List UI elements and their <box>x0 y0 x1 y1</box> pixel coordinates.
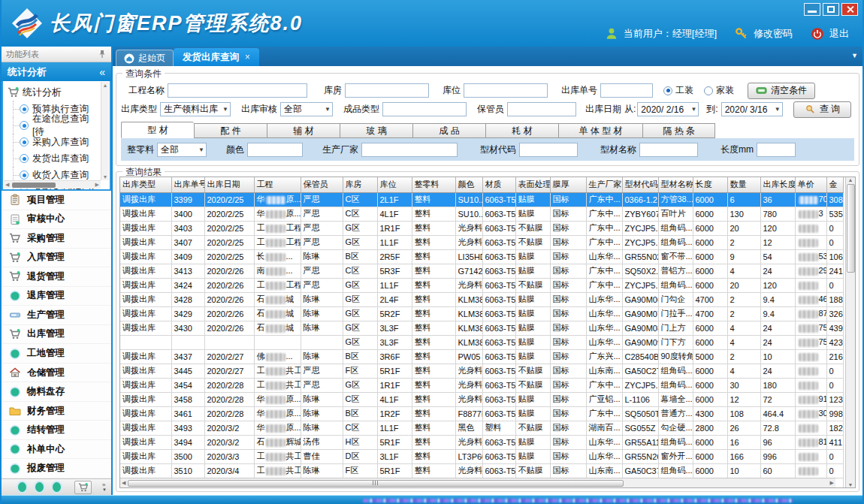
result-row[interactable]: 调拨出库34292020/2/26石城陈琳G区5R2F整料KLM38176063… <box>120 306 843 321</box>
product-type-input[interactable] <box>382 102 467 116</box>
date-from-picker[interactable]: 2020/ 2/16▼ <box>637 102 699 116</box>
sidebar-item-仓储管理[interactable]: 仓储管理 <box>2 364 111 383</box>
column-header-出库日期[interactable]: 出库日期 <box>204 177 254 192</box>
clear-conditions-button[interactable]: 清空条件 <box>748 83 815 99</box>
result-row[interactable]: 调拨出库34032020/2/25工工程严思G区1R1F整料光身料6063-T5… <box>120 221 843 235</box>
sidebar-item-审核中心[interactable]: 审核中心 <box>2 210 111 230</box>
scroll-down-icon[interactable]: ▼ <box>848 482 853 487</box>
manufacturer-input[interactable] <box>361 143 458 157</box>
length-input[interactable] <box>757 143 796 157</box>
sidebar-item-物料盘存[interactable]: 物料盘存 <box>2 382 111 402</box>
result-row[interactable]: 调拨出库34242020/2/26工工程严思G区1L1F整料光身料6063-T5… <box>120 278 843 292</box>
module-dot-icon[interactable] <box>18 482 26 492</box>
sidebar-item-出库管理[interactable]: 出库管理 <box>2 325 111 345</box>
sidebar-item-生产管理[interactable]: 生产管理 <box>2 306 111 325</box>
column-header-型材代码[interactable]: 型材代码 <box>622 177 658 192</box>
material-tab-1[interactable]: 型 材 <box>121 122 194 138</box>
minimize-button[interactable] <box>804 3 820 16</box>
result-row[interactable]: 调拨出库34582020/2/28华原...陈琳C区4L1F整料光身料6063-… <box>120 392 843 406</box>
sidebar-item-退货管理[interactable]: 退货管理 <box>2 267 111 287</box>
column-header-出库类型[interactable]: 出库类型 <box>120 177 171 192</box>
result-row[interactable]: 调拨出库34302020/2/26石城陈琳G区3L3F整料KLM38176063… <box>120 321 843 335</box>
maximize-button[interactable] <box>823 3 839 16</box>
column-header-膜厚[interactable]: 膜厚 <box>550 177 586 192</box>
result-row[interactable]: 调拨出库34372020/2/27佛...陈琳B区3R6F整料PW056063-… <box>120 349 843 364</box>
warehouse-input[interactable] <box>345 83 429 98</box>
sidebar-item-采购管理[interactable]: 采购管理 <box>2 229 111 249</box>
result-row[interactable]: 调拨出库34612020/2/28华原...陈琳B区1R2F整料F8877FT6… <box>120 406 843 421</box>
scroll-left-icon[interactable]: ◀ <box>122 480 125 486</box>
grid-vertical-scrollbar[interactable]: ▲ ▼ <box>845 177 855 487</box>
result-row[interactable]: 调拨出库34942020/3/2石辉城汤伟H区5R1F整料光身料6063-T5贴… <box>120 435 843 449</box>
sidebar-item-结转管理[interactable]: 结转管理 <box>2 421 111 440</box>
tree-item-在途信息查询[待[interactable]: 在途信息查询[待 <box>8 117 99 134</box>
color-input[interactable] <box>247 143 303 157</box>
column-header-单价[interactable]: 单价 <box>795 177 826 192</box>
result-row[interactable]: 调拨出库35002020/3/3工共工程曹佳D区3L1F整料LT3P606063… <box>120 449 843 463</box>
scroll-left-icon[interactable]: ◀ <box>5 182 9 188</box>
result-row[interactable]: 调拨出库34282020/2/26石城陈琳G区2L4F整料KLM38176063… <box>120 292 843 306</box>
material-tab-4[interactable]: 玻 璃 <box>340 123 412 138</box>
sidebar-item-补单中心[interactable]: 补单中心 <box>2 440 111 460</box>
column-header-库位[interactable]: 库位 <box>377 177 412 192</box>
column-header-数量[interactable]: 数量 <box>727 177 760 192</box>
result-row[interactable]: 调拨出库35102020/3/4工共工程陈琳F区5R1F整料光身料6063-T5… <box>120 463 843 478</box>
pin-icon[interactable] <box>98 50 107 59</box>
hscroll-thumb[interactable] <box>128 480 624 487</box>
scroll-right-icon[interactable]: ▶ <box>830 480 834 486</box>
logout-link[interactable]: 退出 <box>829 27 849 41</box>
result-row[interactable]: 调拨出库34542020/2/28工共工程严思G区1R1F整料光身料6063-T… <box>120 378 843 392</box>
radio-jiazhuang[interactable]: 家装 <box>704 84 734 97</box>
outbound-no-input[interactable] <box>600 83 653 98</box>
sidebar-item-项目管理[interactable]: 项目管理 <box>2 191 111 210</box>
chevron-down-icon[interactable]: ▼ <box>102 487 107 493</box>
result-row[interactable]: 调拨出库34132020/2/26南...严思C区5R3F整料G71422606… <box>120 264 843 278</box>
module-dot-icon[interactable] <box>35 482 44 492</box>
column-header-长度[interactable]: 长度 <box>693 177 727 192</box>
tab-list-caret-icon[interactable]: ▼ <box>851 52 858 59</box>
grid-horizontal-scrollbar[interactable]: ◀ ▶ <box>120 478 835 487</box>
result-row[interactable]: 调拨出库33992020/2/25华原...严思C区2L1F整料SU10...6… <box>120 192 843 207</box>
result-row[interactable]: G区3L3F整料KLM38176063-T5贴膜国标山东华...GA90M09.… <box>120 335 843 349</box>
material-tab-8[interactable]: 隔 热 条 <box>642 123 715 138</box>
module-dot-icon[interactable] <box>53 482 61 492</box>
result-row[interactable]: 调拨出库34072020/2/25工工程严思G区1L1F整料光身料6063-T5… <box>120 235 843 249</box>
chevron-more-icon[interactable]: » <box>102 482 107 487</box>
cart-module-button[interactable] <box>74 481 92 494</box>
project-name-input[interactable] <box>168 83 307 98</box>
close-button[interactable] <box>841 3 858 16</box>
collapse-icon[interactable]: « <box>99 66 105 78</box>
tree-root-statistics[interactable]: 统计分析 <box>8 84 99 101</box>
search-button[interactable]: 查 询 <box>793 101 851 118</box>
tree-hscroll-thumb[interactable] <box>12 183 56 188</box>
column-header-颜色[interactable]: 颜色 <box>455 177 482 192</box>
result-row[interactable]: 调拨出库34092020/2/25长...陈琳B区2R5F整料LI35HD606… <box>120 249 843 264</box>
column-header-出库长度[interactable]: 出库长度 <box>760 177 795 192</box>
tab-home[interactable]: 起始页 <box>116 50 174 66</box>
scroll-right-icon[interactable]: ▶ <box>95 182 99 188</box>
result-row[interactable]: 调拨出库34932020/3/2华原...陈琳C区1L1F整料黑色塑料不贴膜国标… <box>120 421 843 435</box>
date-to-picker[interactable]: 2020/ 3/16▼ <box>721 102 783 116</box>
column-header-生产厂家[interactable]: 生产厂家 <box>586 177 622 192</box>
radio-gongzhuang[interactable]: 工装 <box>663 84 693 97</box>
column-header-整零料[interactable]: 整零料 <box>412 177 455 192</box>
tab-close-icon[interactable]: × <box>245 52 250 62</box>
tree-item-发货出库查询[interactable]: 发货出库查询 <box>8 150 99 167</box>
column-header-金[interactable]: 金 <box>826 177 843 192</box>
tree-vertical-scrollbar[interactable]: ▲ ▼ <box>101 82 109 180</box>
tree-horizontal-scrollbar[interactable]: ◀ ▶ <box>4 180 101 189</box>
column-header-工程[interactable]: 工程 <box>254 177 301 192</box>
audit-select[interactable]: 全部▼ <box>280 102 333 116</box>
change-password-link[interactable]: 修改密码 <box>754 27 793 41</box>
scroll-up-icon[interactable]: ▲ <box>103 83 108 88</box>
sidebar-item-退库管理[interactable]: 退库管理 <box>2 287 111 306</box>
material-tab-5[interactable]: 成 品 <box>412 123 485 138</box>
column-header-保管员[interactable]: 保管员 <box>301 177 343 192</box>
outbound-type-select[interactable]: 生产领料出库▼ <box>160 102 231 116</box>
sidebar-item-工地管理[interactable]: 工地管理 <box>2 344 111 364</box>
column-header-库房[interactable]: 库房 <box>343 177 377 192</box>
column-header-出库单号[interactable]: 出库单号 <box>171 177 204 192</box>
column-header-表面处理[interactable]: 表面处理 <box>515 177 550 192</box>
sidebar-item-财务管理[interactable]: 财务管理 <box>2 402 111 421</box>
sidebar-group-statistics[interactable]: 统计分析 « <box>2 62 111 81</box>
